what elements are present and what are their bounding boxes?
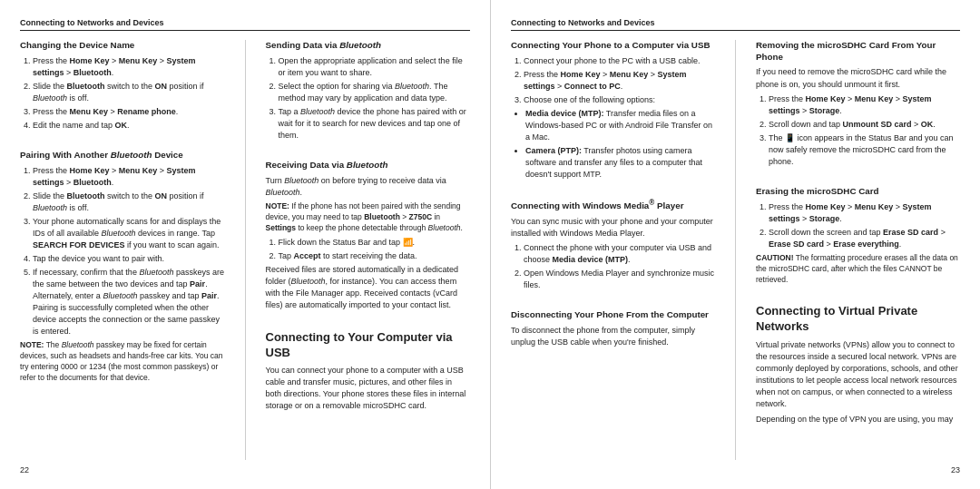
- list-item: Slide the Bluetooth switch to the ON pos…: [33, 191, 225, 214]
- list-item: Tap a Bluetooth device the phone has pai…: [279, 106, 471, 142]
- section-title-removing-microsdHC: Removing the microSDHC Card From Your Ph…: [756, 40, 960, 63]
- changing-device-name-list: Press the Home Key > Menu Key > System s…: [20, 55, 225, 132]
- left-page: Connecting to Networks and Devices Chang…: [0, 0, 490, 489]
- list-item: Select the option for sharing via Blueto…: [279, 81, 471, 104]
- section-title-pairing-bluetooth: Pairing With Another Bluetooth Device: [20, 150, 225, 161]
- sending-data-list: Open the appropriate application and sel…: [266, 55, 471, 142]
- list-item: Tap the device you want to pair with.: [33, 253, 225, 265]
- section-disconnecting-phone: Disconnecting Your Phone From the Comput…: [511, 309, 715, 351]
- connecting-phone-usb-list: Connect your phone to the PC with a USB …: [511, 55, 715, 106]
- section-connecting-phone-usb: Connecting Your Phone to a Computer via …: [511, 40, 715, 182]
- list-item: Flick down the Status Bar and tap 📶.: [279, 237, 471, 249]
- left-header: Connecting to Networks and Devices: [20, 18, 470, 31]
- removing-intro: If you need to remove the microSDHC card…: [756, 66, 960, 90]
- section-sending-data: Sending Data via Bluetooth Open the appr…: [266, 40, 471, 143]
- vpn-body2: Depending on the type of VPN you are usi…: [756, 414, 960, 425]
- list-item: Edit the name and tap OK.: [33, 120, 225, 132]
- receiving-note: NOTE: If the phone has not been paired w…: [266, 201, 471, 234]
- section-title-connecting-computer-usb: Connecting to Your Computer via USB: [266, 330, 471, 361]
- right-header: Connecting to Networks and Devices: [511, 18, 960, 31]
- receiving-intro: Turn Bluetooth on before trying to recei…: [266, 175, 471, 199]
- section-erasing-microsdHC: Erasing the microSDHC Card Press the Hom…: [756, 186, 960, 289]
- list-item: Your phone automatically scans for and d…: [33, 216, 225, 251]
- receiving-data-list: Flick down the Status Bar and tap 📶. Tap…: [266, 237, 471, 262]
- section-title-vpn: Connecting to Virtual Private Networks: [756, 304, 960, 335]
- disconnecting-body: To disconnect the phone from the compute…: [511, 325, 715, 348]
- list-item: Press the Menu Key > Rename phone.: [33, 106, 225, 118]
- section-removing-microsdHC: Removing the microSDHC Card From Your Ph…: [756, 40, 960, 170]
- list-item: Press the Home Key > Menu Key > System s…: [769, 201, 960, 225]
- section-vpn: Connecting to Virtual Private Networks V…: [756, 304, 960, 427]
- list-item: Press the Home Key > Menu Key > System s…: [33, 55, 225, 79]
- list-item: The 📱 icon appears in the Status Bar and…: [769, 132, 960, 168]
- list-item: Scroll down the screen and tap Erase SD …: [769, 227, 960, 250]
- right-col1: Connecting Your Phone to a Computer via …: [511, 40, 715, 460]
- right-page: Connecting to Networks and Devices Conne…: [490, 0, 980, 489]
- receiving-extra: Received files are stored automatically …: [266, 264, 471, 311]
- list-item: Open the appropriate application and sel…: [279, 55, 471, 79]
- windows-media-body: You can sync music with your phone and y…: [511, 216, 715, 240]
- list-item: Press the Home Key > Menu Key > System s…: [769, 93, 960, 117]
- section-title-sending-data: Sending Data via Bluetooth: [266, 40, 471, 52]
- list-item: Camera (PTP): Transfer photos using came…: [525, 145, 715, 181]
- pairing-note: NOTE: The Bluetooth passkey may be fixed…: [20, 340, 225, 384]
- list-item: Press the Home Key > Menu Key > System s…: [33, 165, 225, 189]
- section-windows-media: Connecting with Windows Media® Player Yo…: [511, 199, 715, 293]
- left-col1: Changing the Device Name Press the Home …: [20, 40, 225, 460]
- erasing-list: Press the Home Key > Menu Key > System s…: [756, 201, 960, 250]
- removing-list: Press the Home Key > Menu Key > System s…: [756, 93, 960, 168]
- section-title-windows-media: Connecting with Windows Media® Player: [511, 199, 715, 212]
- right-col-divider: [735, 40, 736, 460]
- list-item: Scroll down and tap Unmount SD card > OK…: [769, 119, 960, 131]
- list-item: Media device (MTP): Transfer media files…: [525, 108, 715, 143]
- list-item: Connect your phone to the PC with a USB …: [524, 55, 715, 67]
- list-item: Connect the phone with your computer via…: [524, 242, 715, 266]
- section-changing-device-name: Changing the Device Name Press the Home …: [20, 40, 225, 133]
- list-item: Slide the Bluetooth switch to the ON pos…: [33, 81, 225, 104]
- section-receiving-data: Receiving Data via Bluetooth Turn Blueto…: [266, 160, 471, 314]
- section-title-connecting-phone-usb: Connecting Your Phone to a Computer via …: [511, 40, 715, 52]
- left-page-number: 22: [20, 465, 29, 474]
- section-pairing-bluetooth: Pairing With Another Bluetooth Device Pr…: [20, 150, 225, 386]
- vpn-body1: Virtual private networks (VPNs) allow yo…: [756, 339, 960, 410]
- list-item: Open Windows Media Player and synchroniz…: [524, 268, 715, 291]
- list-item: Press the Home Key > Menu Key > System s…: [524, 69, 715, 93]
- section-title-disconnecting-phone: Disconnecting Your Phone From the Comput…: [511, 309, 715, 321]
- windows-media-list: Connect the phone with your computer via…: [511, 242, 715, 291]
- list-item: If necessary, confirm that the Bluetooth…: [33, 267, 225, 337]
- list-item: Choose one of the following options:: [524, 94, 715, 106]
- erasing-caution: CAUTION! The formatting procedure erases…: [756, 253, 960, 286]
- col-divider: [245, 40, 246, 460]
- pairing-bluetooth-list: Press the Home Key > Menu Key > System s…: [20, 165, 225, 338]
- section-title-erasing-microsdHC: Erasing the microSDHC Card: [756, 186, 960, 198]
- section-title-receiving-data: Receiving Data via Bluetooth: [266, 160, 471, 171]
- connecting-computer-body: You can connect your phone to a computer…: [266, 365, 471, 412]
- connecting-phone-usb-bullets: Media device (MTP): Transfer media files…: [511, 108, 715, 181]
- right-page-number: 23: [951, 465, 960, 474]
- right-col2: Removing the microSDHC Card From Your Ph…: [756, 40, 960, 460]
- left-col2: Sending Data via Bluetooth Open the appr…: [266, 40, 471, 460]
- list-item: Tap Accept to start receiving the data.: [279, 250, 471, 262]
- section-title-changing-device-name: Changing the Device Name: [20, 40, 225, 52]
- section-connecting-computer-usb-intro: Connecting to Your Computer via USB You …: [266, 330, 471, 415]
